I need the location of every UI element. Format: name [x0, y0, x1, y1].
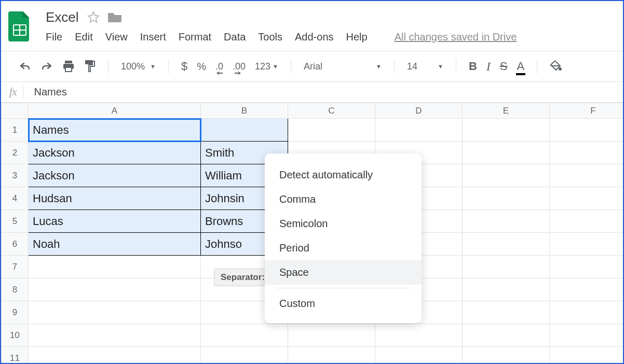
cell[interactable] [550, 347, 625, 365]
menu-insert[interactable]: Insert [140, 31, 166, 43]
cell[interactable] [550, 324, 625, 347]
row-header[interactable]: 11 [2, 347, 29, 365]
cell[interactable] [375, 324, 463, 347]
cell[interactable] [463, 142, 550, 164]
cell[interactable] [29, 324, 201, 347]
cell[interactable] [550, 119, 625, 142]
separator-chip-label: Separator: [221, 272, 265, 282]
cell-A4[interactable]: Hudsan [29, 187, 201, 210]
menu-file[interactable]: File [46, 31, 62, 43]
col-header-C[interactable]: C [288, 103, 375, 119]
text-color-button[interactable]: A [517, 60, 525, 73]
menu-format[interactable]: Format [179, 31, 211, 43]
row-header[interactable]: 9 [2, 301, 29, 324]
cell[interactable] [550, 256, 625, 278]
cell[interactable] [29, 347, 201, 365]
increase-decimal-button[interactable]: .00 [233, 61, 246, 72]
redo-button[interactable] [40, 61, 53, 72]
fill-color-button[interactable] [550, 61, 562, 72]
separator-option-detect[interactable]: Detect automatically [265, 163, 422, 187]
menu-tools[interactable]: Tools [258, 31, 282, 43]
menu-view[interactable]: View [105, 31, 128, 43]
font-size-select[interactable]: 14 ▼ [407, 61, 443, 72]
cell[interactable] [29, 278, 201, 301]
separator-option-custom[interactable]: Custom [265, 291, 422, 316]
zoom-select[interactable]: 100% ▼ [121, 61, 156, 72]
strikethrough-button[interactable]: S [500, 60, 508, 73]
cell-A1[interactable]: Names [29, 119, 201, 142]
cell[interactable] [201, 324, 288, 347]
cell[interactable] [463, 324, 550, 347]
bold-button[interactable]: B [469, 60, 477, 73]
col-header-F[interactable]: F [550, 103, 625, 119]
menu-help[interactable]: Help [346, 31, 368, 43]
separator-option-semicolon[interactable]: Semicolon [265, 212, 422, 236]
cell[interactable] [29, 256, 201, 278]
separator-option-comma[interactable]: Comma [265, 187, 422, 212]
cell[interactable] [375, 347, 463, 365]
cell[interactable] [550, 233, 625, 256]
format-percent-button[interactable]: % [197, 61, 206, 73]
row-header[interactable]: 2 [2, 142, 29, 164]
cell[interactable] [550, 210, 625, 233]
cell[interactable] [463, 301, 550, 324]
document-title[interactable]: Excel [46, 9, 79, 25]
decrease-decimal-button[interactable]: .0 [215, 61, 223, 72]
cell[interactable] [550, 278, 625, 301]
cell-A2[interactable]: Jackson [29, 142, 201, 164]
row-header[interactable]: 6 [2, 233, 29, 256]
menu-addons[interactable]: Add-ons [295, 31, 334, 43]
cell-A6[interactable]: Noah [29, 233, 201, 256]
cell[interactable] [288, 119, 375, 142]
row-header[interactable]: 5 [2, 210, 29, 233]
row-header[interactable]: 4 [2, 187, 29, 210]
more-formats-button[interactable]: 123 ▼ [255, 61, 278, 72]
cell[interactable] [463, 187, 550, 210]
cell[interactable] [463, 119, 550, 142]
select-all-corner[interactable] [2, 103, 29, 119]
cell[interactable] [550, 142, 625, 164]
cell[interactable] [550, 301, 625, 324]
cell[interactable] [550, 187, 625, 210]
paint-format-button[interactable] [84, 60, 96, 73]
italic-button[interactable]: I [486, 60, 491, 74]
cell[interactable] [463, 164, 550, 187]
cell-A3[interactable]: Jackson [29, 164, 201, 187]
separator-option-period[interactable]: Period [265, 236, 422, 260]
cell[interactable] [201, 347, 288, 365]
col-header-E[interactable]: E [463, 103, 550, 119]
row-header[interactable]: 3 [2, 164, 29, 187]
col-header-B[interactable]: B [201, 103, 288, 119]
menu-data[interactable]: Data [224, 31, 246, 43]
cell[interactable] [463, 347, 550, 365]
row-header[interactable]: 10 [2, 324, 29, 347]
format-currency-button[interactable]: $ [181, 60, 187, 73]
formula-bar[interactable]: fx Names [1, 82, 623, 103]
separator-option-space[interactable]: Space [265, 260, 422, 285]
font-family-select[interactable]: Arial ▼ [304, 61, 382, 72]
separator-chip[interactable]: Separator: [214, 269, 272, 286]
print-button[interactable] [62, 61, 75, 72]
cell[interactable] [288, 347, 375, 365]
cell[interactable] [463, 210, 550, 233]
row-header[interactable]: 7 [2, 256, 29, 278]
folder-icon[interactable] [108, 11, 123, 23]
row-header[interactable]: 1 [2, 119, 29, 142]
undo-button[interactable] [19, 61, 31, 72]
save-status[interactable]: All changes saved in Drive [395, 31, 517, 43]
menu-edit[interactable]: Edit [75, 31, 92, 43]
cell[interactable] [375, 119, 463, 142]
cell[interactable] [550, 164, 625, 187]
col-header-D[interactable]: D [375, 103, 463, 119]
cell-B1[interactable] [201, 119, 288, 142]
col-header-A[interactable]: A [29, 103, 201, 119]
row-header[interactable]: 8 [2, 278, 29, 301]
star-icon[interactable] [87, 11, 100, 23]
separator-menu-divider [276, 288, 410, 288]
cell[interactable] [463, 256, 550, 278]
cell[interactable] [29, 301, 201, 324]
cell[interactable] [463, 233, 550, 256]
cell[interactable] [463, 278, 550, 301]
cell[interactable] [288, 324, 375, 347]
cell-A5[interactable]: Lucas [29, 210, 201, 233]
